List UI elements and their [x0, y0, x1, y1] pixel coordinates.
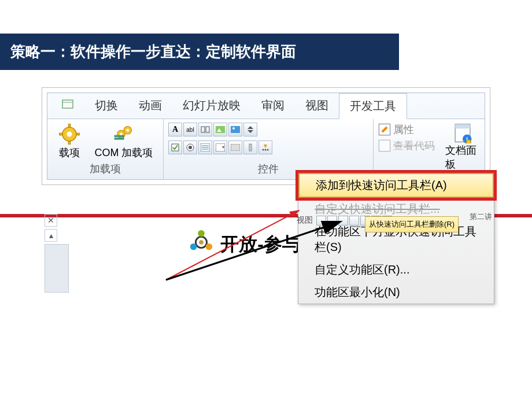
svg-rect-39 — [455, 124, 470, 129]
svg-rect-37 — [379, 140, 390, 151]
qat-icon[interactable] — [338, 216, 348, 226]
svg-point-9 — [120, 133, 123, 136]
docpanel-button[interactable]: i 文档面板 — [445, 123, 480, 171]
ctrl-list-icon[interactable] — [198, 141, 212, 154]
slide-panel: ✕ ▴ — [42, 212, 71, 293]
svg-rect-18 — [231, 126, 240, 133]
ctrl-radio-icon[interactable] — [183, 141, 197, 154]
scroll-up-icon[interactable]: ▴ — [45, 229, 57, 242]
mini-view-label: 视图 — [297, 215, 315, 226]
svg-point-51 — [200, 240, 204, 245]
svg-point-34 — [265, 149, 267, 151]
tab-developer[interactable]: 开发工具 — [339, 93, 407, 119]
svg-point-11 — [127, 129, 130, 132]
ctx-add-qat[interactable]: 添加到快速访问工具栏(A) — [298, 173, 494, 198]
svg-point-19 — [232, 127, 235, 130]
qat-icon[interactable] — [349, 216, 359, 226]
svg-point-50 — [206, 243, 213, 250]
svg-marker-20 — [247, 126, 253, 129]
ctrl-combo-icon[interactable] — [213, 141, 227, 154]
tab-transition[interactable]: 切换 — [84, 93, 128, 119]
svg-rect-5 — [69, 141, 71, 145]
properties-button[interactable]: 属性 — [378, 123, 435, 136]
group-addins-label: 加载项 — [52, 160, 158, 178]
ctrl-a-icon[interactable]: A — [168, 123, 182, 136]
com-addins-label: COM 加载项 — [95, 146, 153, 160]
context-menu: 添加到快速访问工具栏(A) 自定义快速访问工具栏... 在功能区下方显示快速访问… — [298, 172, 494, 304]
group-controls: A abl — [164, 119, 374, 179]
svg-point-35 — [267, 149, 269, 151]
svg-rect-0 — [62, 100, 73, 108]
tab-animation[interactable]: 动画 — [128, 93, 172, 119]
ctrl-picture-icon[interactable] — [228, 123, 242, 136]
lecture-badge: 第二讲 — [470, 212, 492, 222]
svg-rect-13 — [114, 138, 124, 139]
svg-rect-31 — [231, 144, 240, 151]
svg-point-24 — [189, 146, 192, 149]
tab-view[interactable]: 视图 — [295, 93, 339, 119]
ribbon-screenshot: 切换 动画 幻灯片放映 审阅 视图 开发工具 载项 COM 加载项 — [42, 87, 490, 185]
svg-rect-14 — [201, 127, 205, 132]
tab-slideshow[interactable]: 幻灯片放映 — [172, 93, 251, 119]
addins-label: 载项 — [59, 146, 80, 160]
svg-rect-12 — [114, 135, 124, 136]
slide-title: 策略一：软件操作一步直达：定制软件界面 — [0, 34, 399, 70]
svg-rect-6 — [59, 134, 62, 135]
ctrl-textbox-icon[interactable]: abl — [183, 123, 197, 136]
ctrl-group-icon[interactable] — [198, 123, 212, 136]
tooltip-remove-qat: 从快速访问工具栏删除(R) — [365, 216, 459, 232]
ctx-minimize[interactable]: 功能区最小化(N) — [298, 281, 494, 304]
ctrl-toggle-icon[interactable] — [228, 141, 242, 154]
svg-rect-16 — [216, 126, 225, 133]
ctrl-check-icon[interactable] — [168, 141, 182, 154]
svg-rect-7 — [76, 134, 80, 135]
ctrl-scroll-icon[interactable] — [243, 141, 257, 154]
com-addins-button[interactable]: COM 加载项 — [89, 123, 158, 160]
tab-review[interactable]: 审阅 — [251, 93, 295, 119]
view-code-button[interactable]: 查看代码 — [378, 139, 435, 153]
svg-marker-21 — [247, 130, 253, 133]
close-icon[interactable]: ✕ — [45, 214, 57, 227]
tab-editor[interactable] — [51, 93, 84, 119]
svg-rect-32 — [249, 144, 252, 151]
group-right: 属性 查看代码 i 文档面板 — [374, 119, 485, 179]
svg-point-33 — [263, 149, 264, 151]
qat-icon[interactable] — [327, 216, 337, 226]
svg-rect-15 — [206, 127, 209, 132]
qat-icon[interactable] — [316, 216, 326, 226]
addins-button[interactable]: 载项 — [52, 123, 87, 160]
ctrl-spin-icon[interactable] — [243, 123, 257, 136]
svg-rect-4 — [69, 124, 71, 127]
group-addins: 载项 COM 加载项 加载项 — [47, 119, 164, 179]
svg-point-49 — [190, 243, 197, 250]
ctrl-image-icon[interactable] — [213, 123, 227, 136]
svg-point-3 — [67, 132, 72, 137]
svg-point-48 — [198, 230, 205, 237]
logo-icon — [188, 229, 215, 260]
docpanel-label: 文档面板 — [445, 143, 480, 171]
ribbon-tabs: 切换 动画 幻灯片放映 审阅 视图 开发工具 — [47, 93, 485, 119]
ctrl-more-icon[interactable] — [258, 141, 272, 154]
ctx-customize[interactable]: 自定义功能区(R)... — [298, 258, 494, 281]
